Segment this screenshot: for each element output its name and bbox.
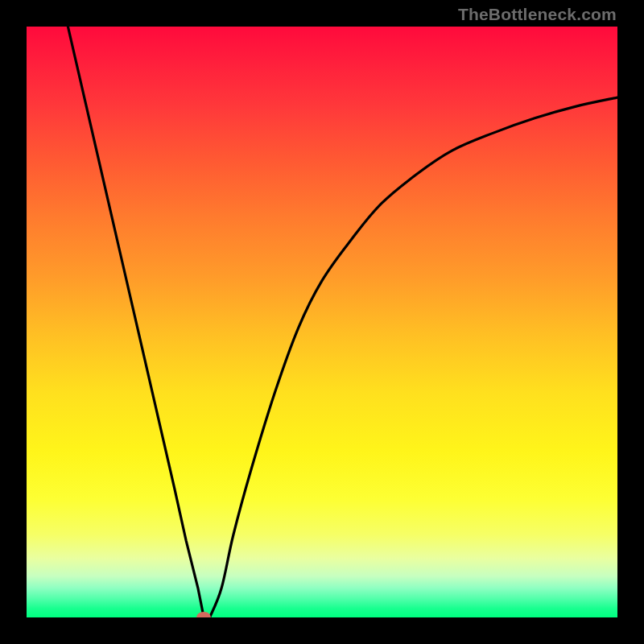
- plot-area: [27, 27, 617, 617]
- vertex-marker: [196, 612, 211, 617]
- curve-layer: [27, 27, 617, 617]
- chart-frame: TheBottleneck.com: [0, 0, 644, 644]
- watermark-text: TheBottleneck.com: [458, 5, 617, 24]
- bottleneck-curve: [68, 27, 617, 617]
